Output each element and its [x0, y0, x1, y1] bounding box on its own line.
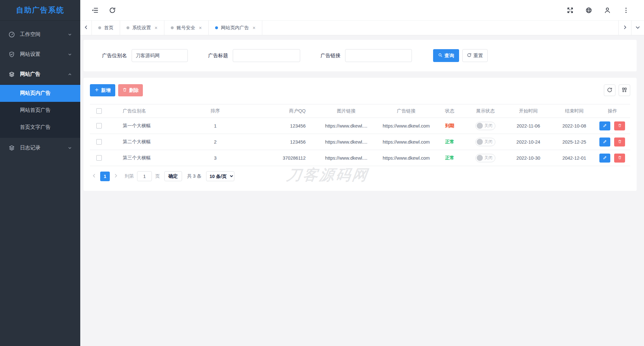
sidebar-item-workspace[interactable]: 工作空间: [0, 24, 80, 44]
shield-icon: [8, 51, 15, 58]
language-button[interactable]: [585, 6, 593, 14]
app-title: 自助广告系统: [0, 0, 80, 21]
user-menu-button[interactable]: [604, 6, 611, 14]
prev-page-button[interactable]: [90, 172, 98, 181]
row-checkbox[interactable]: [96, 155, 102, 161]
more-menu-button[interactable]: [622, 6, 630, 14]
tabs-menu-button[interactable]: [631, 21, 644, 35]
goto-confirm-button[interactable]: 确定: [164, 171, 182, 181]
tabs-scroll-right-button[interactable]: [618, 21, 631, 35]
display-status-toggle[interactable]: 关闭: [475, 122, 495, 130]
refresh-icon: [467, 53, 472, 58]
chevron-right-icon: [623, 25, 627, 31]
reload-page-button[interactable]: [109, 6, 116, 14]
fullscreen-icon: [567, 7, 574, 14]
chevron-down-icon: [635, 25, 640, 31]
ad-title-input[interactable]: [233, 49, 300, 62]
ad-link-input[interactable]: [345, 49, 412, 62]
field-label: 广告链接: [321, 52, 341, 59]
edit-button[interactable]: [599, 138, 610, 146]
cell-image-link: https://www.dkewl....: [311, 134, 381, 150]
query-button[interactable]: 查询: [433, 49, 459, 62]
edit-button[interactable]: [599, 121, 610, 130]
tab-close-icon[interactable]: ✕: [154, 26, 158, 30]
main-area: 首页 系统设置 ✕ 账号安全 ✕ 网站页内广告 ✕ 广告位别名: [80, 0, 644, 346]
toggle-label: 关闭: [484, 139, 492, 145]
tabbar: 首页 系统设置 ✕ 账号安全 ✕ 网站页内广告 ✕: [80, 21, 644, 35]
tab-dot: [171, 26, 174, 29]
total-count-label: 共 3 条: [187, 173, 202, 179]
field-ad-link: 广告链接: [321, 49, 412, 62]
sidebar-item-site-settings[interactable]: 网站设置: [0, 44, 80, 64]
add-button-label: 新增: [101, 87, 111, 93]
sidebar-item-inpage-ads[interactable]: 网站页内广告: [0, 85, 80, 102]
field-label: 广告标题: [208, 52, 228, 59]
cell-sort: 1: [193, 118, 238, 134]
display-status-toggle[interactable]: 关闭: [475, 154, 495, 162]
reset-button[interactable]: 重置: [462, 49, 488, 62]
refresh-icon: [607, 87, 613, 94]
next-page-button[interactable]: [112, 172, 120, 181]
sidebar-item-homepage-ads[interactable]: 网站首页广告: [0, 102, 80, 119]
row-delete-button[interactable]: [614, 138, 625, 146]
table-row: 第二个大横幅 2 123456 https://www.dkewl.... ht…: [90, 134, 630, 150]
search-icon: [438, 53, 443, 58]
chevron-left-icon: [92, 173, 96, 179]
cell-sort: 3: [193, 150, 238, 166]
pencil-icon: [603, 139, 607, 145]
sidebar-item-label: 网站页内广告: [20, 90, 51, 97]
fullscreen-button[interactable]: [566, 6, 574, 14]
row-delete-button[interactable]: [614, 121, 625, 130]
row-delete-button[interactable]: [614, 154, 625, 163]
tabs-scroll-left-button[interactable]: [80, 21, 92, 35]
tab-home[interactable]: 首页: [92, 21, 120, 35]
content-area: 广告位别名 广告标题 广告链接 查询 重置: [80, 35, 644, 346]
row-checkbox[interactable]: [96, 123, 102, 129]
edit-button[interactable]: [599, 154, 610, 163]
table-panel: 新增 删除: [83, 78, 637, 191]
table-row: 第一个大横幅 1 123456 https://www.dkewl.... ht…: [90, 118, 630, 134]
tab-close-icon[interactable]: ✕: [252, 26, 256, 30]
tab-account-security[interactable]: 账号安全 ✕: [164, 21, 209, 35]
query-button-label: 查询: [445, 53, 454, 59]
sidebar-item-label: 日志记录: [20, 145, 68, 151]
tabbar-spacer: [262, 21, 618, 35]
select-all-checkbox[interactable]: [96, 108, 102, 114]
cell-merchant-qq: 370286112: [238, 150, 311, 166]
tab-close-icon[interactable]: ✕: [199, 26, 202, 30]
status-badge: 正常: [445, 155, 454, 160]
row-checkbox[interactable]: [96, 139, 102, 145]
tab-system-settings[interactable]: 系统设置 ✕: [120, 21, 164, 35]
cell-ad-link: https://www.dkewl.com: [381, 118, 431, 134]
display-status-toggle[interactable]: 关闭: [475, 138, 495, 146]
tab-label: 系统设置: [132, 25, 151, 31]
sidebar-item-site-ads[interactable]: 网站广告: [0, 64, 80, 84]
ad-slot-name-input[interactable]: [132, 49, 188, 62]
cell-start-time: 2022-10-24: [503, 134, 554, 150]
refresh-table-button[interactable]: [604, 84, 615, 96]
pencil-icon: [603, 155, 607, 161]
page-size-select[interactable]: 10 条/页: [206, 171, 234, 181]
tab-label: 首页: [104, 25, 113, 31]
sidebar-item-logs[interactable]: 日志记录: [0, 138, 80, 158]
column-settings-button[interactable]: [619, 84, 630, 96]
sidebar-item-home-text-ads[interactable]: 首页文字广告: [0, 119, 80, 136]
col-header: 开始时间: [503, 104, 554, 118]
tab-label: 网站页内广告: [221, 25, 249, 31]
collapse-sidebar-button[interactable]: [91, 6, 99, 14]
cell-start-time: 2022-11-06: [503, 118, 554, 134]
col-header: 图片链接: [311, 104, 381, 118]
trash-icon: [618, 155, 622, 161]
layers-icon: [8, 145, 15, 151]
goto-page-input[interactable]: [137, 171, 152, 181]
page-number-button[interactable]: 1: [100, 172, 110, 181]
col-header: 排序: [193, 104, 238, 118]
sidebar-item-label: 工作空间: [20, 31, 68, 38]
col-header: 操作: [595, 104, 630, 118]
cell-merchant-qq: 123456: [238, 134, 311, 150]
tab-inpage-ads[interactable]: 网站页内广告 ✕: [209, 21, 262, 35]
cell-ad-link: https://www.dkewl.com: [381, 134, 431, 150]
add-button[interactable]: 新增: [90, 84, 115, 96]
delete-button[interactable]: 删除: [118, 84, 143, 96]
globe-icon: [585, 7, 592, 14]
